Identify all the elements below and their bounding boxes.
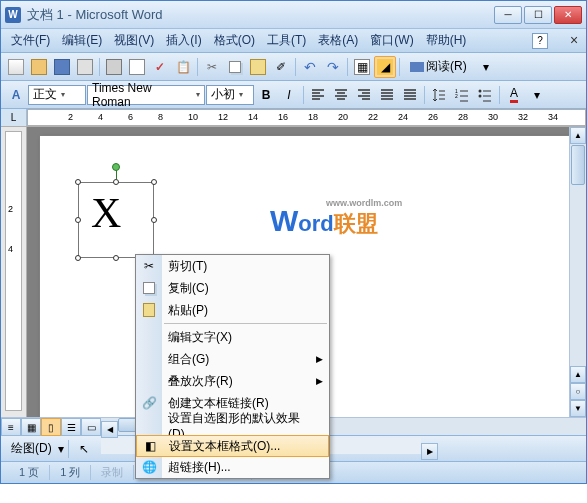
bullets-icon [478, 88, 492, 102]
print-layout-view-button[interactable]: ▯ [41, 418, 61, 436]
standard-toolbar: ✓ 📋 ✂ ✐ ↶ ↷ ▦ ◢ 阅读(R) ▾ [1, 53, 586, 81]
maximize-button[interactable]: ☐ [524, 6, 552, 24]
redo-button[interactable]: ↷ [322, 56, 344, 78]
font-size-combo[interactable]: 小初▾ [206, 85, 254, 105]
rotate-handle[interactable] [112, 163, 120, 171]
menubar: 文件(F) 编辑(E) 视图(V) 插入(I) 格式(O) 工具(T) 表格(A… [1, 29, 586, 53]
italic-button[interactable]: I [278, 84, 300, 106]
titlebar: W 文档 1 - Microsoft Word ─ ☐ ✕ [1, 1, 586, 29]
cm-format-textbox[interactable]: ◧ 设置文本框格式(O)... [136, 435, 329, 457]
cm-default-effect[interactable]: 设置自选图形的默认效果(D) [136, 414, 329, 436]
paste-button[interactable] [247, 56, 269, 78]
align-center-button[interactable] [330, 84, 352, 106]
resize-handle-r[interactable] [151, 217, 157, 223]
browse-object-button[interactable]: ○ [570, 383, 586, 400]
align-right-icon [357, 88, 371, 102]
copy-icon [141, 280, 157, 296]
font-combo[interactable]: Times New Roman▾ [87, 85, 205, 105]
type-question-box[interactable]: ? [532, 33, 548, 49]
undo-button[interactable]: ↶ [299, 56, 321, 78]
vertical-scrollbar[interactable]: ▲ ▼ ▲ ○ ▼ [569, 127, 586, 417]
resize-handle-b[interactable] [113, 255, 119, 261]
draw-menu[interactable]: 绘图(D) [7, 440, 56, 457]
bullets-button[interactable] [474, 84, 496, 106]
cm-edit-text[interactable]: 编辑文字(X) [136, 326, 329, 348]
spelling-button[interactable]: ✓ [149, 56, 171, 78]
outline-view-button[interactable]: ☰ [61, 418, 81, 436]
font-color-button[interactable]: A [503, 84, 525, 106]
select-objects-button[interactable]: ↖ [73, 438, 95, 460]
horizontal-ruler[interactable]: 2 4 6 8 10 12 14 16 18 20 22 24 26 28 30… [27, 109, 586, 126]
cm-copy[interactable]: 复制(C) [136, 277, 329, 299]
copy-button[interactable] [224, 56, 246, 78]
web-view-button[interactable]: ▦ [21, 418, 41, 436]
bold-button[interactable]: B [255, 84, 277, 106]
format-painter-button[interactable]: ✐ [270, 56, 292, 78]
align-left-button[interactable] [307, 84, 329, 106]
vscroll-thumb[interactable] [571, 145, 585, 185]
textbox[interactable]: X [78, 182, 154, 258]
cut-button[interactable]: ✂ [201, 56, 223, 78]
align-justify-button[interactable] [376, 84, 398, 106]
reading-view-button[interactable]: ▭ [81, 418, 101, 436]
numbering-icon: 12 [455, 88, 469, 102]
close-button[interactable]: ✕ [554, 6, 582, 24]
cm-cut[interactable]: ✂ 剪切(T) [136, 255, 329, 277]
save-button[interactable] [51, 56, 73, 78]
align-center-icon [334, 88, 348, 102]
research-button[interactable]: 📋 [172, 56, 194, 78]
format-textbox-icon: ◧ [142, 438, 158, 454]
resize-handle-t[interactable] [113, 179, 119, 185]
cm-hyperlink[interactable]: 🌐 超链接(H)... [136, 456, 329, 478]
menu-format[interactable]: 格式(O) [208, 30, 261, 51]
close-document-button[interactable]: × [566, 33, 582, 49]
menu-tools[interactable]: 工具(T) [261, 30, 312, 51]
resize-handle-l[interactable] [75, 217, 81, 223]
scroll-right-button[interactable]: ▶ [421, 443, 438, 460]
style-combo[interactable]: 正文▾ [28, 85, 86, 105]
scissors-icon: ✂ [141, 258, 157, 274]
size-value: 小初 [211, 86, 235, 103]
menu-file[interactable]: 文件(F) [5, 30, 56, 51]
toolbar-options-button[interactable]: ▾ [475, 56, 497, 78]
insert-table-button[interactable]: ▦ [351, 56, 373, 78]
permission-button[interactable] [74, 56, 96, 78]
print-button[interactable] [103, 56, 125, 78]
ruler-corner: L [1, 109, 27, 126]
toolbar2-options-button[interactable]: ▾ [526, 84, 548, 106]
line-spacing-icon [432, 88, 446, 102]
minimize-button[interactable]: ─ [494, 6, 522, 24]
line-spacing-button[interactable] [428, 84, 450, 106]
open-button[interactable] [28, 56, 50, 78]
context-menu: ✂ 剪切(T) 复制(C) 粘贴(P) 编辑文字(X) 组合(G)▶ 叠放次序(… [135, 254, 330, 479]
prev-page-button[interactable]: ▲ [570, 366, 586, 383]
resize-handle-tl[interactable] [75, 179, 81, 185]
numbering-button[interactable]: 12 [451, 84, 473, 106]
styles-pane-button[interactable]: A [5, 84, 27, 106]
cm-group[interactable]: 组合(G)▶ [136, 348, 329, 370]
resize-handle-bl[interactable] [75, 255, 81, 261]
status-rec[interactable]: 录制 [91, 465, 134, 480]
cm-paste[interactable]: 粘贴(P) [136, 299, 329, 321]
print-preview-button[interactable] [126, 56, 148, 78]
scroll-up-button[interactable]: ▲ [570, 127, 586, 144]
normal-view-button[interactable]: ≡ [1, 418, 21, 436]
read-mode-button[interactable]: 阅读(R) [403, 56, 474, 78]
menu-insert[interactable]: 插入(I) [160, 30, 207, 51]
menu-view[interactable]: 视图(V) [108, 30, 160, 51]
resize-handle-tr[interactable] [151, 179, 157, 185]
view-buttons: ≡ ▦ ▯ ☰ ▭ [1, 418, 101, 435]
distributed-button[interactable] [399, 84, 421, 106]
menu-help[interactable]: 帮助(H) [420, 30, 473, 51]
menu-edit[interactable]: 编辑(E) [56, 30, 108, 51]
menu-window[interactable]: 窗口(W) [364, 30, 419, 51]
svg-text:2: 2 [455, 93, 458, 99]
scroll-left-button[interactable]: ◀ [101, 421, 118, 438]
cm-order[interactable]: 叠放次序(R)▶ [136, 370, 329, 392]
new-button[interactable] [5, 56, 27, 78]
menu-table[interactable]: 表格(A) [312, 30, 364, 51]
next-page-button[interactable]: ▼ [570, 400, 586, 417]
align-right-button[interactable] [353, 84, 375, 106]
vertical-ruler[interactable]: 2 4 [1, 127, 27, 417]
drawing-toggle-button[interactable]: ◢ [374, 56, 396, 78]
